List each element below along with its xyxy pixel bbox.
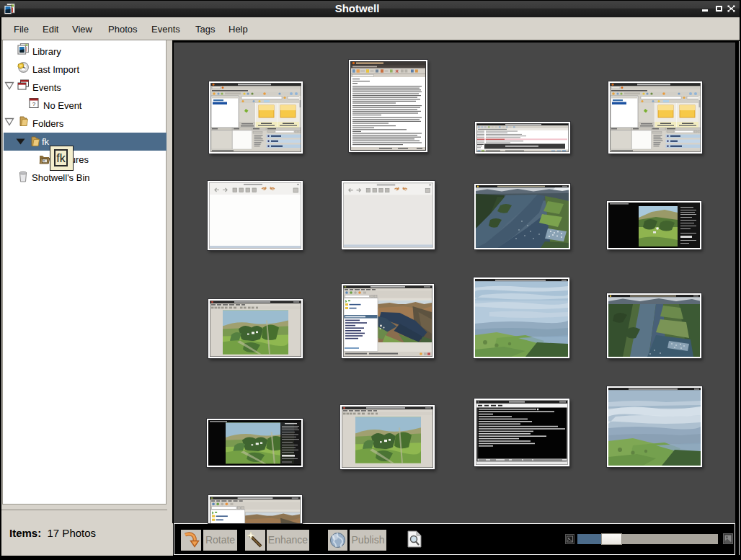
svg-text:?: ?	[32, 101, 36, 107]
